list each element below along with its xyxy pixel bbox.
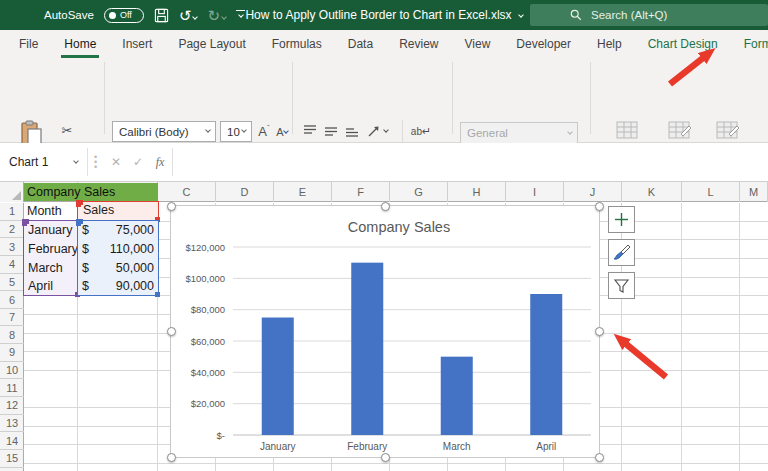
category-range-a3-a6[interactable]: JanuaryFebruaryMarchApril bbox=[23, 220, 79, 296]
column-header-g[interactable]: G bbox=[390, 182, 448, 202]
tab-help[interactable]: Help bbox=[584, 30, 635, 58]
tab-data[interactable]: Data bbox=[335, 30, 386, 58]
increase-font-size-button[interactable]: Aˆ bbox=[256, 121, 272, 141]
row-header-5[interactable]: 5 bbox=[0, 274, 24, 292]
column-header-c[interactable]: C bbox=[158, 182, 216, 202]
cell-month-february[interactable]: February bbox=[24, 240, 78, 259]
x-icon: ✕ bbox=[111, 155, 121, 169]
chart-selection-handle[interactable] bbox=[167, 202, 176, 211]
chart-selection-handle[interactable] bbox=[595, 202, 604, 211]
column-header-k[interactable]: K bbox=[622, 182, 682, 202]
orientation-button[interactable] bbox=[366, 123, 382, 139]
row-header-7[interactable]: 7 bbox=[0, 309, 24, 327]
font-size-combo[interactable]: 10 bbox=[220, 121, 252, 142]
tab-review[interactable]: Review bbox=[386, 30, 451, 58]
tab-format[interactable]: Format bbox=[731, 30, 768, 58]
tab-developer[interactable]: Developer bbox=[503, 30, 584, 58]
style-grid-icon bbox=[715, 120, 741, 142]
bar-february[interactable] bbox=[351, 263, 383, 435]
range-handle[interactable] bbox=[78, 200, 83, 205]
row-header-9[interactable]: 9 bbox=[0, 344, 24, 362]
column-header-d[interactable]: D bbox=[216, 182, 274, 202]
row-header-3[interactable]: 3 bbox=[0, 238, 24, 256]
cell-a2-month[interactable]: Month bbox=[24, 202, 78, 220]
row-header-13[interactable]: 13 bbox=[0, 415, 24, 433]
values-range-b3-b6[interactable]: $75,000$110,000$50,000$90,000 bbox=[77, 220, 159, 296]
row-headers: 123456789101112131415 bbox=[0, 203, 24, 471]
font-name-combo[interactable]: Calibri (Body) bbox=[112, 121, 216, 142]
row-header-8[interactable]: 8 bbox=[0, 326, 24, 344]
cell-value-march[interactable]: $50,000 bbox=[78, 258, 158, 277]
chart-selection-handle[interactable] bbox=[167, 327, 176, 336]
column-header-m[interactable]: M bbox=[740, 182, 768, 202]
tab-chart-design[interactable]: Chart Design bbox=[635, 30, 731, 58]
save-button[interactable] bbox=[154, 8, 169, 23]
bar-march[interactable] bbox=[441, 357, 473, 435]
orientation-dropdown[interactable] bbox=[384, 128, 388, 135]
cut-button[interactable]: ✂ bbox=[58, 121, 76, 139]
column-header-h[interactable]: H bbox=[448, 182, 506, 202]
align-top-button[interactable] bbox=[302, 123, 318, 139]
chart-selection-handle[interactable] bbox=[167, 453, 176, 462]
column-header-j[interactable]: J bbox=[564, 182, 622, 202]
tab-page-layout[interactable]: Page Layout bbox=[165, 30, 258, 58]
column-header-e[interactable]: E bbox=[274, 182, 332, 202]
tab-file[interactable]: File bbox=[6, 30, 51, 58]
y-tick-label: $120,000 bbox=[185, 242, 225, 253]
customize-quick-access-button[interactable] bbox=[236, 10, 245, 20]
row-header-12[interactable]: 12 bbox=[0, 397, 24, 415]
insert-function-button[interactable]: fx bbox=[150, 148, 170, 176]
row-header-14[interactable]: 14 bbox=[0, 432, 24, 450]
chart-object[interactable]: Company Sales$-$20,000$40,000$60,000$80,… bbox=[170, 205, 600, 458]
row-header-15[interactable]: 15 bbox=[0, 450, 24, 468]
chart-selection-handle[interactable] bbox=[595, 453, 604, 462]
redo-button[interactable]: ↻ bbox=[207, 9, 226, 22]
search-input[interactable]: Search (Alt+Q) bbox=[530, 4, 768, 26]
formula-bar-resize-handle[interactable]: ••• bbox=[94, 155, 97, 169]
column-header-l[interactable]: L bbox=[682, 182, 740, 202]
decrease-font-size-button[interactable]: A bbox=[274, 122, 290, 142]
chart-filters-button[interactable] bbox=[608, 272, 635, 299]
name-box[interactable]: Chart 1 bbox=[0, 148, 88, 176]
cell-value-april[interactable]: $90,000 bbox=[78, 277, 158, 296]
confirm-entry-button[interactable]: ✓ bbox=[128, 148, 148, 176]
tab-insert[interactable]: Insert bbox=[109, 30, 165, 58]
tab-formulas[interactable]: Formulas bbox=[259, 30, 335, 58]
row-header-4[interactable]: 4 bbox=[0, 256, 24, 274]
align-bottom-button[interactable] bbox=[344, 123, 360, 139]
cancel-entry-button[interactable]: ✕ bbox=[106, 148, 126, 176]
row-header-11[interactable]: 11 bbox=[0, 379, 24, 397]
cell-a1-company-sales[interactable]: Company Sales bbox=[24, 183, 158, 201]
chart-elements-button[interactable] bbox=[608, 206, 635, 233]
align-middle-icon bbox=[323, 123, 339, 139]
autosave-state: Off bbox=[120, 10, 132, 20]
cell-month-january[interactable]: January bbox=[24, 221, 78, 240]
tab-home[interactable]: Home bbox=[51, 30, 109, 58]
row-header-10[interactable]: 10 bbox=[0, 362, 24, 380]
select-all-button[interactable] bbox=[0, 182, 24, 202]
number-format-combo[interactable]: General bbox=[460, 122, 578, 144]
align-middle-button[interactable] bbox=[323, 123, 339, 139]
row-header-6[interactable]: 6 bbox=[0, 291, 24, 309]
undo-button[interactable]: ↺ bbox=[179, 9, 198, 22]
chart-selection-handle[interactable] bbox=[595, 327, 604, 336]
column-header-i[interactable]: I bbox=[506, 182, 564, 202]
row-header-2[interactable]: 2 bbox=[0, 221, 24, 239]
cell-value-february[interactable]: $110,000 bbox=[78, 240, 158, 259]
bar-january[interactable] bbox=[262, 318, 294, 436]
chart-selection-handle[interactable] bbox=[381, 202, 390, 211]
cell-value-january[interactable]: $75,000 bbox=[78, 221, 158, 240]
bar-april[interactable] bbox=[530, 294, 562, 435]
row-header-1[interactable]: 1 bbox=[0, 203, 24, 221]
chart-selection-handle[interactable] bbox=[381, 453, 390, 462]
column-header-f[interactable]: F bbox=[332, 182, 390, 202]
cell-month-march[interactable]: March bbox=[24, 258, 78, 277]
x-category-label: March bbox=[443, 441, 471, 452]
formula-input[interactable] bbox=[173, 148, 768, 176]
chart-styles-button[interactable] bbox=[608, 239, 635, 266]
autosave-toggle[interactable]: Off bbox=[104, 8, 144, 23]
series-name-range-b2[interactable]: Sales bbox=[77, 201, 159, 221]
wrap-text-button[interactable]: ab↵ bbox=[410, 122, 432, 140]
tab-view[interactable]: View bbox=[452, 30, 504, 58]
cell-month-april[interactable]: April bbox=[24, 277, 78, 296]
